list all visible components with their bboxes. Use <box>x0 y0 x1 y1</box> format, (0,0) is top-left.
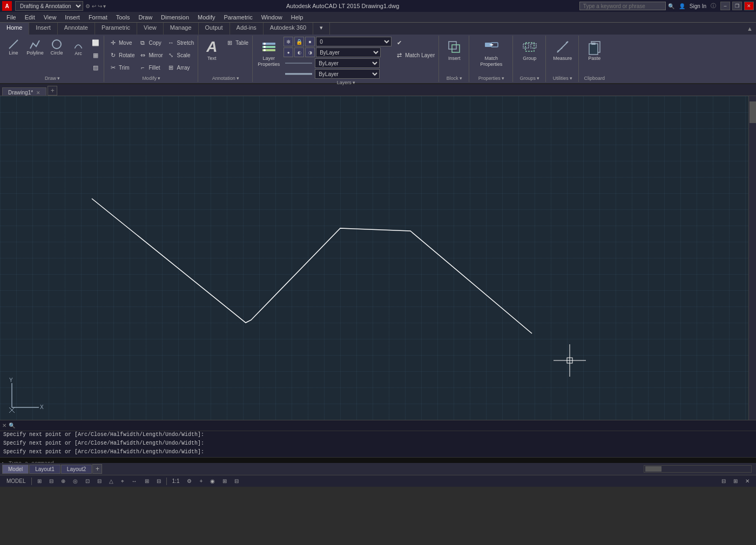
info-icon[interactable]: ⓘ <box>711 2 716 10</box>
restore-button[interactable]: ❐ <box>732 2 742 10</box>
scrollbar-thumb[interactable] <box>750 101 756 123</box>
layer-icon1[interactable]: ● <box>284 47 293 57</box>
draw-rectangle-button[interactable]: ⬜ <box>90 37 102 49</box>
tab-manage[interactable]: Manage <box>164 23 199 35</box>
tab-more[interactable]: ▾ <box>313 23 330 35</box>
status-close-window[interactable]: ✕ <box>743 478 752 485</box>
account-icon[interactable]: 👤 <box>679 3 685 9</box>
menu-draw[interactable]: Draw <box>134 13 157 22</box>
search-icon[interactable]: 🔍 <box>668 3 674 9</box>
search-input[interactable] <box>579 2 666 10</box>
menu-edit[interactable]: Edit <box>21 13 39 22</box>
menu-parametric[interactable]: Parametric <box>219 13 256 22</box>
status-otrack[interactable]: ⊟ <box>95 478 104 485</box>
modify-expand-icon[interactable]: ▾ <box>158 76 160 81</box>
modify-mirror-button[interactable]: ⇔ Mirror <box>137 49 164 61</box>
tab-model[interactable]: Model <box>2 465 29 474</box>
menu-dimension[interactable]: Dimension <box>157 13 193 22</box>
horizontal-scrollbar[interactable] <box>644 465 752 473</box>
layer-color-button[interactable]: ■ <box>305 37 315 46</box>
document-tab-drawing1[interactable]: Drawing1* ✕ <box>2 87 46 96</box>
status-settings[interactable]: ⚙ <box>185 478 194 485</box>
tab-home[interactable]: Home <box>0 23 29 35</box>
annotation-expand-icon[interactable]: ▾ <box>237 76 239 81</box>
layer-icon2[interactable]: ◐ <box>294 47 304 57</box>
layers-expand-icon[interactable]: ▾ <box>353 80 355 85</box>
properties-expand-icon[interactable]: ▾ <box>502 76 504 81</box>
menu-modify[interactable]: Modify <box>193 13 219 22</box>
match-layer-button[interactable]: ⇄ Match Layer <box>393 49 436 61</box>
tab-layout1[interactable]: Layout1 <box>29 465 60 474</box>
tab-output[interactable]: Output <box>199 23 230 35</box>
menu-view[interactable]: View <box>39 13 61 22</box>
status-dyn[interactable]: ⌖ <box>119 478 126 485</box>
tab-insert[interactable]: Insert <box>29 23 58 35</box>
modify-array-button[interactable]: ⊞ Array <box>165 62 196 73</box>
status-minimize-window[interactable]: ⊟ <box>719 478 728 485</box>
status-restore-window[interactable]: ⊞ <box>731 478 740 485</box>
layer-properties-button[interactable]: LayerProperties <box>255 37 282 69</box>
menu-tools[interactable]: Tools <box>112 13 134 22</box>
status-tp[interactable]: ⊞ <box>143 478 151 485</box>
sign-in-button[interactable]: Sign In <box>690 3 706 9</box>
tab-layout2[interactable]: Layout2 <box>61 465 92 474</box>
menu-format[interactable]: Format <box>84 13 112 22</box>
modify-trim-button[interactable]: ✂ Trim <box>107 62 136 73</box>
menu-insert[interactable]: Insert <box>60 13 84 22</box>
draw-hatch-button[interactable]: ▦ <box>90 49 102 61</box>
paste-button[interactable]: Paste <box>584 37 605 63</box>
ribbon-minimize[interactable]: ▲ <box>744 23 756 35</box>
status-osnap[interactable]: ⊡ <box>83 478 92 485</box>
status-ducs[interactable]: △ <box>107 478 116 485</box>
add-layout-button[interactable]: + <box>92 464 102 474</box>
close-button[interactable]: ✕ <box>744 2 754 10</box>
lineweight-select[interactable]: ByLayer <box>315 69 380 79</box>
make-current-button[interactable]: ✔ <box>393 37 436 49</box>
modify-rotate-button[interactable]: ↻ Rotate <box>107 49 136 61</box>
status-workspace[interactable]: + <box>197 478 205 485</box>
layer-freeze-button[interactable]: ❄ <box>284 37 293 46</box>
draw-line-button[interactable]: Line <box>3 37 24 57</box>
annotation-text-button[interactable]: A Text <box>201 37 222 63</box>
workspace-selector[interactable]: Drafting & Annotation <box>15 1 83 11</box>
tab-addins[interactable]: Add-ins <box>230 23 264 35</box>
vertical-scrollbar[interactable] <box>748 96 756 420</box>
draw-circle-button[interactable]: Circle <box>46 37 67 57</box>
layer-lock-button[interactable]: 🔒 <box>294 37 304 46</box>
block-expand-icon[interactable]: ▾ <box>460 76 462 81</box>
draw-arc-button[interactable]: Arc <box>68 37 89 58</box>
annotation-table-button[interactable]: ⊞ Table <box>224 37 250 49</box>
layer-icon3[interactable]: ◑ <box>305 47 315 57</box>
modify-copy-button[interactable]: ⧉ Copy <box>137 37 164 49</box>
draw-expand-icon[interactable]: ▾ <box>57 76 60 81</box>
status-hardware[interactable]: ⊟ <box>232 478 241 485</box>
status-isolate[interactable]: ⊞ <box>220 478 229 485</box>
minimize-button[interactable]: – <box>720 2 730 10</box>
group-button[interactable]: Group <box>519 37 541 63</box>
groups-expand-icon[interactable]: ▾ <box>537 76 539 81</box>
layer-name-select[interactable]: 0 <box>316 37 392 46</box>
document-tab-close[interactable]: ✕ <box>36 90 40 96</box>
hscrollbar-thumb[interactable] <box>645 466 662 472</box>
linetype-select[interactable]: ByLayer <box>315 58 380 68</box>
status-snap[interactable]: ⊟ <box>47 478 56 485</box>
menu-help[interactable]: Help <box>287 13 308 22</box>
status-polar[interactable]: ◎ <box>71 478 80 485</box>
status-ortho[interactable]: ⊕ <box>59 478 68 485</box>
status-model[interactable]: MODEL <box>4 478 28 485</box>
status-grid[interactable]: ⊞ <box>35 478 44 485</box>
measure-button[interactable]: Measure <box>551 37 574 63</box>
status-lock[interactable]: ◉ <box>208 478 217 485</box>
status-annotation-scale[interactable]: 1:1 <box>170 478 182 485</box>
insert-button[interactable]: Insert <box>443 37 465 63</box>
modify-scale-button[interactable]: ⤡ Scale <box>165 49 196 61</box>
new-document-button[interactable]: + <box>48 86 57 96</box>
drawing-area[interactable]: X Y <box>0 96 756 420</box>
command-search-icon[interactable]: 🔍 <box>9 423 15 428</box>
tab-360[interactable]: Autodesk 360 <box>264 23 313 35</box>
menu-window[interactable]: Window <box>257 13 287 22</box>
menu-file[interactable]: File <box>2 13 21 22</box>
status-qp[interactable]: ⊟ <box>154 478 163 485</box>
modify-move-button[interactable]: ✛ Move <box>107 37 136 49</box>
modify-fillet-button[interactable]: ⌐ Fillet <box>137 62 164 73</box>
